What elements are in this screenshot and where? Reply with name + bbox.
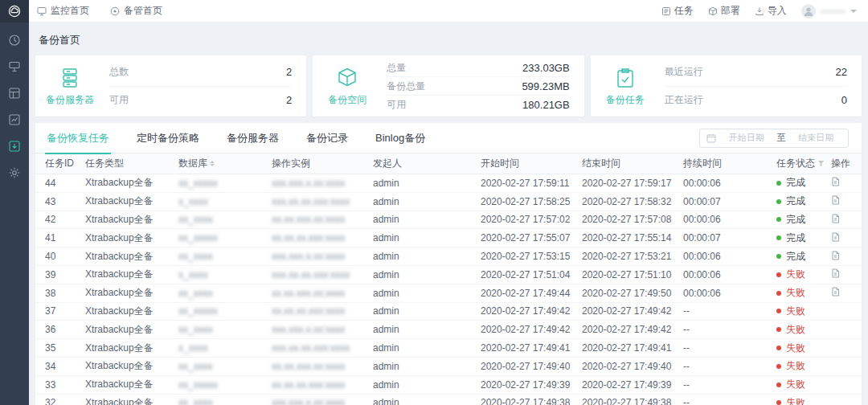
status-dot <box>776 217 781 222</box>
log-detail-icon[interactable] <box>831 268 840 278</box>
card-title: 备份空间 <box>328 93 366 107</box>
table-row[interactable]: 44 Xtrabackup全备 xx_xxxxx xxx.xxx.x.xx:xx… <box>35 174 862 193</box>
cell-initiator: admin <box>373 232 481 243</box>
nav-backup-home[interactable]: 备管首页 <box>110 4 162 18</box>
app-logo[interactable] <box>0 0 29 22</box>
cell-duration: 00:00:06 <box>683 288 776 299</box>
action-label: 部署 <box>721 4 740 18</box>
tab[interactable]: Binlog备份 <box>374 123 427 154</box>
cell-task-id: 41 <box>45 232 85 243</box>
date-separator: 至 <box>777 132 786 144</box>
status-text: 失败 <box>786 323 805 337</box>
cell-database: xx_xxxx <box>178 397 272 405</box>
table-row[interactable]: 35 Xtrabackup全备 x_xxxx xxx.xx.xx.xxx:xxx… <box>35 339 862 358</box>
cell-task-id: 36 <box>45 324 85 335</box>
status-text: 完成 <box>786 250 805 264</box>
sort-icon[interactable] <box>210 161 215 166</box>
log-detail-icon[interactable] <box>831 214 840 223</box>
table-row[interactable]: 42 Xtrabackup全备 xx_xxxx xx.xx.xxx.xx:xxx… <box>35 211 862 230</box>
filter-icon[interactable] <box>817 160 825 167</box>
cell-status: 完成 <box>776 213 831 227</box>
sidebar <box>0 22 29 405</box>
start-date-placeholder: 开始日期 <box>721 132 772 144</box>
table-row[interactable]: 40 Xtrabackup全备 xx_xxxx xxx.xxx.x.xx:xxx… <box>35 248 862 266</box>
stat-value: 22 <box>836 66 847 78</box>
date-range-picker[interactable]: 开始日期 至 结束日期 <box>699 129 849 148</box>
cell-start-time: 2020-02-27 17:57:02 <box>481 214 582 225</box>
table-row[interactable]: 43 Xtrabackup全备 x_xxxx xxx.xx.xx.xxx:xxx… <box>35 193 862 211</box>
user-menu[interactable]: ──── <box>801 4 857 18</box>
sidebar-item-monitoring[interactable] <box>3 110 26 129</box>
log-detail-icon[interactable] <box>831 251 840 260</box>
tabs-bar: 备份恢复任务 定时备份策略 备份服务器 备份记录 Binlog备份 <box>35 123 862 153</box>
cell-initiator: admin <box>373 305 481 317</box>
tab[interactable]: 定时备份策略 <box>135 123 201 154</box>
cell-end-time: 2020-02-27 17:49:39 <box>582 379 683 391</box>
cell-instance: xx.xx.xx.xxx:xxxx <box>272 305 373 317</box>
cell-actions <box>831 214 852 226</box>
sidebar-item-dashboard[interactable] <box>3 31 26 50</box>
table-row[interactable]: 34 Xtrabackup全备 xx_xxxx xx.xx.xxx.xx:xxx… <box>35 358 862 376</box>
status-dot <box>776 382 781 387</box>
log-detail-icon[interactable] <box>831 287 840 297</box>
table-row[interactable]: 37 Xtrabackup全备 xx_xxxxx xx.xx.xx.xxx:xx… <box>35 303 862 321</box>
cell-end-time: 2020-02-27 17:57:08 <box>582 214 683 225</box>
card-backup-space: 备份空间 总量 233.03GB 备份总量 599.23MB <box>313 55 583 117</box>
log-detail-icon[interactable] <box>831 195 840 205</box>
sidebar-item-settings[interactable] <box>3 163 26 182</box>
table-row[interactable]: 38 Xtrabackup全备 xx_xxxx xx.xx.xxx.xx:xxx… <box>35 284 862 303</box>
cell-instance: xx.xx.xxx.xx:xxxx <box>272 214 373 225</box>
tasks-button[interactable]: 任务 <box>661 4 694 18</box>
stat-value: 2 <box>286 94 292 106</box>
calendar-icon <box>706 133 716 143</box>
cell-duration: 00:00:06 <box>683 178 776 189</box>
cell-task-type: Xtrabackup全备 <box>85 286 178 300</box>
col-status[interactable]: 任务状态 <box>776 157 831 170</box>
cell-database: xx_xxxxx <box>178 232 272 243</box>
cell-instance: xx.xx.xx.xxx:xxxx <box>272 379 373 391</box>
table-row[interactable]: 33 Xtrabackup全备 xx_xxxxx xx.xx.xx.xxx:xx… <box>35 376 862 395</box>
nav-monitor-home[interactable]: 监控首页 <box>37 4 89 18</box>
cell-status: 失败 <box>776 268 831 281</box>
stat-row: 正在运行 0 <box>665 86 847 114</box>
cell-database: x_xxxx <box>178 269 272 280</box>
sidebar-item-backup[interactable] <box>3 137 26 156</box>
tab[interactable]: 备份记录 <box>305 123 350 154</box>
status-text: 失败 <box>786 305 805 318</box>
deploy-box-icon <box>708 6 718 16</box>
cell-start-time: 2020-02-27 17:49:42 <box>481 305 582 317</box>
cell-duration: -- <box>683 324 776 335</box>
sidebar-item-hosts[interactable] <box>3 57 26 76</box>
sidebar-item-databases[interactable] <box>3 84 26 103</box>
status-dot <box>776 235 781 240</box>
tab[interactable]: 备份恢复任务 <box>45 123 111 154</box>
log-detail-icon[interactable] <box>831 177 840 186</box>
cell-database: xx_xxxx <box>178 214 272 225</box>
import-button[interactable]: 导入 <box>755 4 787 18</box>
table-row[interactable]: 32 Xtrabackup全备 xx_xxxx xxx.xxx.x.xx:xxx… <box>35 395 862 405</box>
cell-end-time: 2020-02-27 17:49:40 <box>582 361 683 372</box>
log-detail-icon[interactable] <box>831 232 840 242</box>
cell-duration: 00:00:07 <box>683 196 776 207</box>
cell-actions <box>831 251 852 263</box>
cell-actions <box>831 287 852 299</box>
status-dot <box>776 181 781 186</box>
deploy-button[interactable]: 部署 <box>708 4 740 18</box>
cell-task-type: Xtrabackup全备 <box>85 176 178 190</box>
table-row[interactable]: 36 Xtrabackup全备 xx_xxxx xxx.xxx.x.xx:xxx… <box>35 321 862 339</box>
status-text: 失败 <box>786 286 805 300</box>
status-text: 完成 <box>786 176 805 190</box>
table-row[interactable]: 39 Xtrabackup全备 x_xxxx xxx.xx.xx.xxx:xxx… <box>35 266 862 284</box>
cell-duration: -- <box>683 305 776 317</box>
cell-end-time: 2020-02-27 17:49:38 <box>582 397 683 405</box>
cell-start-time: 2020-02-27 17:49:39 <box>481 379 582 391</box>
cell-task-id: 38 <box>45 288 85 299</box>
col-database[interactable]: 数据库 <box>178 157 272 170</box>
cell-end-time: 2020-02-27 17:51:10 <box>582 269 683 280</box>
table-row[interactable]: 41 Xtrabackup全备 xx_xxxxx xx.xx.xx.xxx:xx… <box>35 229 862 248</box>
cell-status: 完成 <box>776 176 831 190</box>
cell-instance: xx.xx.xxx.xx:xxxx <box>272 288 373 299</box>
cell-instance: xxx.xxx.x.xx:xxxx <box>272 178 373 189</box>
tab[interactable]: 备份服务器 <box>225 123 280 154</box>
cell-duration: 00:00:06 <box>683 269 776 280</box>
